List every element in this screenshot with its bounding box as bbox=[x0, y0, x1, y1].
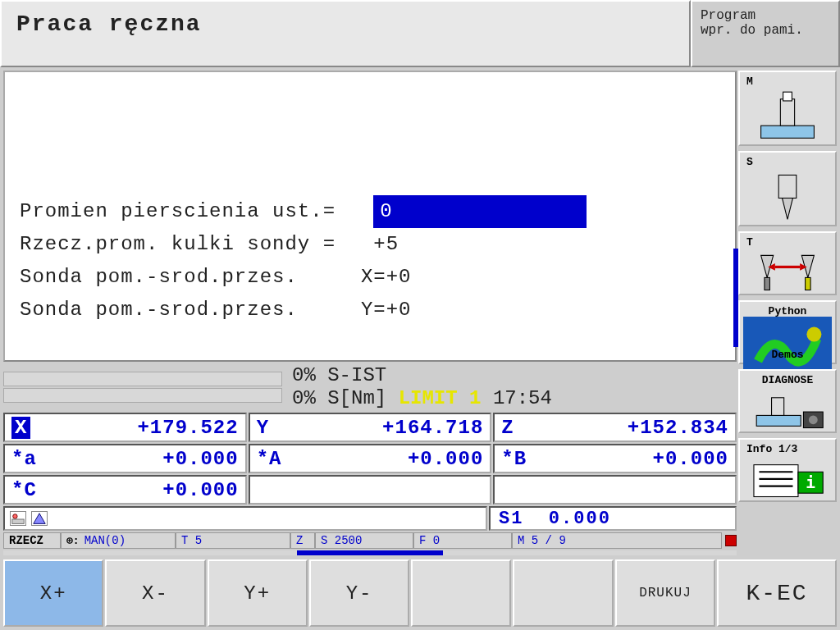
softkey-y-plus[interactable]: Y+ bbox=[208, 559, 308, 627]
parameter-panel: Promien pierscienia ust.= 0 Rzecz.prom. … bbox=[3, 71, 737, 362]
spindle-display: S1 0.000 bbox=[489, 506, 737, 531]
axis-label-B: *B bbox=[501, 448, 541, 470]
coords-area: X +179.522 Y +164.718 Z +152.834 *a +0.0… bbox=[3, 413, 737, 531]
spindle-val: 0.000 bbox=[549, 509, 611, 529]
vbtn-info[interactable]: Info 1/3 i bbox=[738, 438, 837, 502]
param-label: Promien pierscienia ust.= bbox=[20, 200, 336, 222]
svg-rect-5 bbox=[783, 92, 792, 101]
param-value-input[interactable]: 0 bbox=[373, 195, 587, 228]
softkey-print[interactable]: DRUKUJ bbox=[615, 559, 715, 627]
machine-icon bbox=[743, 90, 832, 141]
svg-marker-2 bbox=[34, 514, 45, 524]
axis-label-a: *a bbox=[11, 448, 51, 470]
vbtn-python[interactable]: Python Demos bbox=[738, 300, 837, 364]
coord-B: *B +0.000 bbox=[493, 444, 737, 473]
svg-rect-11 bbox=[806, 277, 810, 290]
tool-icons bbox=[3, 506, 487, 531]
svg-rect-0 bbox=[12, 519, 24, 523]
svg-point-1 bbox=[13, 514, 17, 518]
progress-segment bbox=[297, 550, 444, 555]
info-s: S 2500 bbox=[315, 532, 413, 549]
info-datum: ⊕: MAN(0) bbox=[61, 532, 176, 549]
svg-text:i: i bbox=[806, 473, 815, 492]
svg-rect-18 bbox=[772, 398, 784, 416]
vbtn-diag-label: DIAGNOSE bbox=[740, 374, 835, 386]
svg-rect-3 bbox=[761, 126, 815, 138]
info-mode: RZECZ bbox=[3, 532, 61, 549]
softkey-empty1[interactable] bbox=[411, 559, 511, 627]
probe-icon bbox=[10, 511, 26, 526]
softkey-kec[interactable]: K-EC bbox=[717, 559, 837, 627]
mode-line1: Program bbox=[701, 8, 830, 23]
coord-A-val: +0.000 bbox=[296, 448, 484, 470]
limit-indicator: LIMIT 1 bbox=[399, 387, 482, 409]
info-m: M 5 / 9 bbox=[512, 532, 722, 549]
mode-display: Program wpr. do pami. bbox=[691, 0, 840, 67]
coord-y-val: +164.718 bbox=[296, 417, 484, 439]
svg-rect-9 bbox=[765, 277, 769, 290]
param-row: Promien pierscienia ust.= 0 bbox=[20, 195, 720, 228]
softkey-y-minus[interactable]: Y- bbox=[309, 559, 409, 627]
load-bars bbox=[3, 370, 282, 404]
spindle-icon bbox=[743, 171, 832, 221]
param-value: X=+0 bbox=[361, 266, 412, 288]
axis-label-x: X bbox=[11, 417, 30, 439]
status-lines: 0% S-IST 0% S[Nm] LIMIT 1 17:54 bbox=[282, 364, 737, 410]
vbtn-t[interactable]: T bbox=[738, 231, 837, 295]
progress-track bbox=[3, 550, 737, 555]
softkey-row: X+ X- Y+ Y- DRUKUJ K-EC bbox=[0, 558, 840, 628]
svg-rect-6 bbox=[778, 175, 797, 198]
param-row: Sonda pom.-srod.przes. X=+0 bbox=[20, 261, 720, 294]
vbtn-s-label: S bbox=[746, 156, 753, 168]
s-ist-pct: 0% bbox=[292, 364, 316, 386]
axis-label-y: Y bbox=[257, 417, 296, 439]
svg-point-16 bbox=[806, 327, 821, 342]
info-page-icon: i bbox=[743, 458, 832, 497]
info-z: Z bbox=[290, 532, 315, 549]
coord-A: *A +0.000 bbox=[249, 444, 492, 473]
svg-rect-4 bbox=[780, 99, 794, 126]
diagnose-icon bbox=[743, 389, 832, 428]
record-indicator-icon bbox=[725, 535, 737, 546]
softkey-x-plus[interactable]: X+ bbox=[3, 559, 103, 627]
vbtn-info-label: Info 1/3 bbox=[746, 443, 797, 455]
vbtn-m-label: M bbox=[746, 75, 753, 88]
status-area: 0% S-IST 0% S[Nm] LIMIT 1 17:54 bbox=[3, 363, 737, 411]
info-f: F 0 bbox=[413, 532, 512, 549]
plane-icon bbox=[31, 511, 48, 526]
vbtn-m[interactable]: M bbox=[738, 71, 837, 146]
snm-pct: 0% bbox=[292, 387, 316, 409]
coord-a-val: +0.000 bbox=[51, 448, 239, 470]
mode-line2: wpr. do pami. bbox=[701, 23, 830, 38]
axis-label-C: *C bbox=[11, 479, 51, 501]
axis-label-A: *A bbox=[257, 448, 296, 470]
param-row: Sonda pom.-srod.przes. Y=+0 bbox=[20, 294, 720, 326]
snm-label: S[Nm] bbox=[327, 387, 386, 409]
softkey-x-minus[interactable]: X- bbox=[105, 559, 205, 627]
coord-C: *C +0.000 bbox=[3, 475, 247, 504]
vbtn-s[interactable]: S bbox=[738, 151, 837, 226]
coord-empty1 bbox=[249, 475, 492, 504]
coord-C-val: +0.000 bbox=[51, 479, 239, 501]
svg-marker-7 bbox=[783, 198, 793, 219]
axis-label-z: Z bbox=[501, 417, 541, 439]
vbtn-python-label2: Demos bbox=[740, 349, 835, 361]
coord-z: Z +152.834 bbox=[493, 413, 737, 442]
coord-z-val: +152.834 bbox=[541, 417, 728, 439]
vertical-softkeys: M S T Python bbox=[737, 67, 840, 558]
clock: 17:54 bbox=[493, 387, 552, 409]
coord-x-val: +179.522 bbox=[45, 417, 238, 439]
coord-y: Y +164.718 bbox=[249, 413, 492, 442]
datum-icon: ⊕: bbox=[66, 534, 80, 547]
param-label: Sonda pom.-srod.przes. bbox=[20, 299, 298, 321]
vbtn-diagnose[interactable]: DIAGNOSE bbox=[738, 369, 837, 433]
coord-B-val: +0.000 bbox=[541, 448, 728, 470]
info-t: T 5 bbox=[176, 532, 290, 549]
tool-change-icon bbox=[743, 251, 832, 290]
softkey-empty2[interactable] bbox=[513, 559, 613, 627]
coord-x: X +179.522 bbox=[3, 413, 247, 442]
svg-rect-17 bbox=[756, 415, 801, 426]
s-ist-label: S-IST bbox=[327, 364, 386, 386]
param-value: Y=+0 bbox=[361, 299, 412, 321]
svg-rect-21 bbox=[754, 465, 798, 497]
